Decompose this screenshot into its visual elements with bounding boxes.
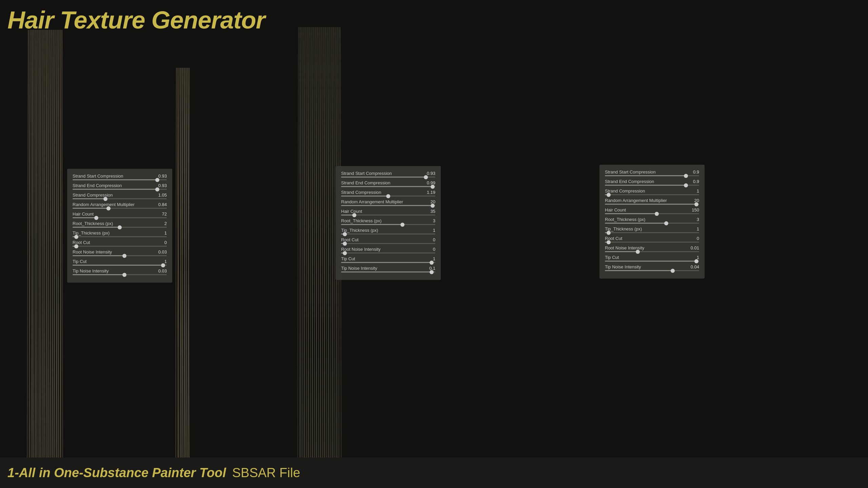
param-row: Tip_Thickness (px)1	[73, 230, 167, 236]
slider-thumb[interactable]	[430, 261, 434, 265]
slider-track[interactable]	[605, 185, 699, 186]
slider-fill	[73, 179, 157, 180]
slider-thumb[interactable]	[607, 240, 611, 244]
slider-thumb[interactable]	[74, 244, 78, 248]
slider-thumb[interactable]	[118, 225, 122, 229]
svg-line-113	[320, 27, 321, 458]
svg-line-125	[332, 27, 333, 458]
slider-track[interactable]	[341, 205, 435, 206]
svg-line-99	[306, 27, 307, 458]
param-row: Root Noise Intensity0.01	[605, 245, 699, 250]
slider-track[interactable]	[73, 274, 167, 275]
param-label: Strand End Compression	[605, 179, 654, 184]
param-value: 150	[692, 207, 699, 212]
svg-line-105	[312, 27, 313, 458]
slider-track[interactable]	[341, 215, 435, 216]
param-value: 0	[433, 247, 435, 252]
slider-track[interactable]	[605, 251, 699, 252]
panel-1: Strand Start Compression0.93Strand End C…	[67, 169, 172, 283]
slider-thumb[interactable]	[424, 175, 428, 179]
slider-thumb[interactable]	[655, 212, 659, 216]
slider-track[interactable]	[73, 208, 167, 209]
slider-track[interactable]	[341, 224, 435, 225]
panel-2: Strand Start Compression0.93Strand End C…	[336, 166, 441, 280]
slider-track[interactable]	[605, 204, 699, 205]
svg-line-101	[308, 27, 309, 458]
slider-thumb[interactable]	[684, 174, 688, 178]
slider-track[interactable]	[605, 213, 699, 214]
slider-thumb[interactable]	[343, 251, 347, 255]
slider-track[interactable]	[341, 271, 435, 272]
slider-thumb[interactable]	[636, 250, 640, 254]
slider-track[interactable]	[605, 261, 699, 262]
slider-track[interactable]	[341, 262, 435, 263]
param-row: Tip Noise Intensity0.03	[73, 268, 167, 273]
slider-thumb[interactable]	[122, 273, 126, 277]
slider-thumb[interactable]	[155, 187, 159, 191]
slider-track[interactable]	[341, 233, 435, 235]
slider-thumb[interactable]	[343, 242, 347, 246]
bottom-label-light: SBSAR File	[232, 466, 300, 480]
svg-line-124	[331, 27, 331, 458]
slider-fill	[341, 224, 402, 225]
param-label: Strand Compression	[605, 188, 645, 194]
slider-thumb[interactable]	[155, 178, 159, 182]
slider-thumb[interactable]	[94, 216, 98, 220]
slider-fill	[341, 177, 426, 178]
slider-track[interactable]	[605, 242, 699, 243]
svg-line-120	[327, 27, 327, 458]
param-value: 72	[162, 211, 167, 217]
slider-thumb[interactable]	[664, 221, 668, 225]
slider-thumb[interactable]	[431, 204, 435, 208]
slider-track[interactable]	[341, 196, 435, 197]
slider-thumb[interactable]	[74, 235, 78, 239]
slider-track[interactable]	[73, 265, 167, 266]
svg-line-102	[308, 27, 309, 458]
slider-thumb[interactable]	[103, 197, 107, 201]
slider-thumb[interactable]	[671, 269, 675, 273]
slider-thumb[interactable]	[343, 232, 347, 236]
slider-track[interactable]	[605, 270, 699, 271]
slider-track[interactable]	[605, 194, 699, 195]
slider-thumb[interactable]	[386, 194, 390, 198]
slider-track[interactable]	[605, 223, 699, 224]
slider-track[interactable]	[73, 189, 167, 190]
param-label: Tip Cut	[73, 259, 86, 264]
slider-track[interactable]	[73, 236, 167, 237]
slider-track[interactable]	[73, 227, 167, 228]
param-label: Strand End Compression	[341, 180, 390, 185]
param-label: Strand Compression	[341, 190, 381, 195]
slider-thumb[interactable]	[161, 263, 165, 267]
slider-thumb[interactable]	[431, 185, 435, 189]
slider-track[interactable]	[73, 217, 167, 218]
param-value: 0.93	[427, 171, 435, 176]
slider-thumb[interactable]	[684, 183, 688, 187]
slider-thumb[interactable]	[694, 202, 698, 206]
slider-track[interactable]	[341, 252, 435, 253]
slider-track[interactable]	[605, 175, 699, 176]
slider-track[interactable]	[73, 179, 167, 180]
svg-line-118	[324, 27, 325, 458]
slider-thumb[interactable]	[122, 254, 126, 258]
slider-track[interactable]	[605, 232, 699, 233]
param-label: Tip_Thickness (px)	[73, 230, 110, 236]
slider-track[interactable]	[341, 243, 435, 244]
param-row: Root Noise Intensity0	[341, 247, 435, 252]
svg-line-109	[316, 27, 317, 458]
slider-thumb[interactable]	[400, 223, 405, 227]
slider-thumb[interactable]	[352, 213, 356, 217]
slider-track[interactable]	[341, 186, 435, 187]
slider-thumb[interactable]	[106, 206, 111, 210]
slider-thumb[interactable]	[607, 193, 611, 197]
slider-track[interactable]	[73, 198, 167, 199]
slider-thumb[interactable]	[607, 231, 611, 235]
slider-track[interactable]	[73, 246, 167, 247]
slider-track[interactable]	[73, 255, 167, 256]
slider-thumb[interactable]	[430, 270, 434, 274]
param-label: Hair Count	[605, 207, 626, 212]
param-row: Strand Start Compression0.93	[341, 171, 435, 176]
param-value: 2	[164, 221, 167, 226]
slider-thumb[interactable]	[694, 259, 698, 263]
slider-track[interactable]	[341, 177, 435, 178]
param-label: Root Noise Intensity	[341, 247, 380, 252]
